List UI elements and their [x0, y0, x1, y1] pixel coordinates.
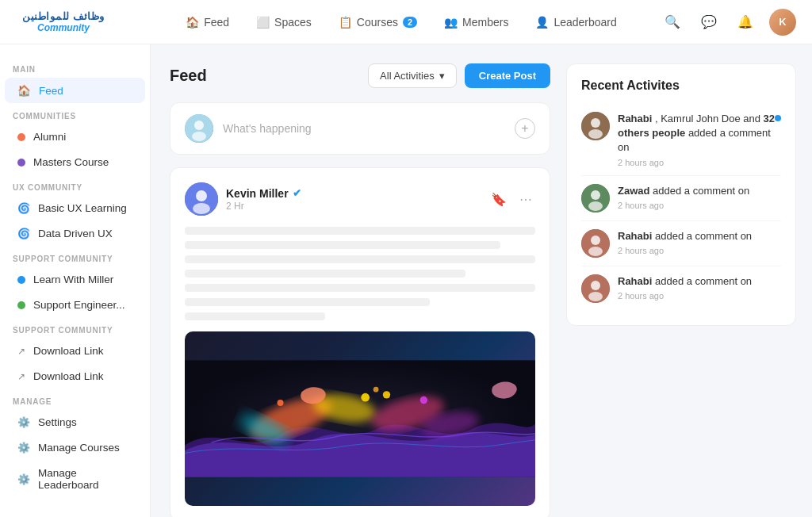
- sidebar-item-manage-leaderboard[interactable]: ⚙️ Manage Leaderboard: [5, 461, 145, 497]
- sidebar-item-download2[interactable]: ↗ Download Link: [5, 364, 145, 389]
- nav-courses[interactable]: 📋 Courses 2: [327, 11, 428, 33]
- svg-point-4: [196, 190, 207, 201]
- activity-body-3: Rahabi added a comment on 2 hours ago: [618, 229, 781, 255]
- sidebar-section-support2: SUPPORT COMMUNITY: [0, 318, 150, 338]
- search-button[interactable]: 🔍: [660, 10, 685, 35]
- activity-avatar-3: [581, 229, 610, 258]
- activity-item-4: Rahabi added a comment on 2 hours ago: [581, 266, 781, 311]
- svg-point-2: [192, 132, 206, 141]
- sidebar-item-alumni[interactable]: Alumni: [5, 124, 145, 149]
- sidebar-item-download1[interactable]: ↗ Download Link: [5, 339, 145, 363]
- nav-leaderboard[interactable]: 👤 Leaderboard: [524, 11, 627, 33]
- activity-body-2: Zawad added a comment on 2 hours ago: [618, 184, 781, 210]
- feed-icon: 🏠: [17, 84, 31, 97]
- activity-item-1: Rahabi , Kamrul John Doe and 32 others p…: [581, 104, 781, 176]
- recent-activities-title: Recent Activites: [581, 79, 781, 93]
- sidebar-alumni-label: Alumni: [33, 131, 66, 143]
- activity-action-2: added a comment on: [653, 185, 749, 197]
- svg-point-1: [194, 121, 204, 130]
- sidebar-data-ux-label: Data Driven UX: [38, 228, 113, 239]
- activity-dot-1: [775, 115, 781, 121]
- sidebar-manage-lb-label: Manage Leaderboard: [38, 467, 132, 491]
- learn-miller-dot: [17, 276, 25, 284]
- activity-user-3: Rahabi: [618, 230, 652, 242]
- activity-text-1: Rahabi , Kamrul John Doe and 32 others p…: [618, 112, 781, 155]
- sidebar-item-manage-courses[interactable]: ⚙️ Manage Courses: [5, 435, 145, 460]
- spaces-icon: ⬜: [256, 16, 270, 29]
- svg-point-5: [193, 203, 210, 214]
- sidebar-section-ux: UX COMMUNITY: [0, 175, 150, 195]
- svg-point-13: [373, 387, 379, 393]
- sidebar-item-basic-ux[interactable]: 🌀 Basic UX Learning: [5, 196, 145, 220]
- sidebar-download2-label: Download Link: [33, 370, 104, 382]
- svg-point-15: [278, 400, 284, 406]
- activity-text-4: Rahabi added a comment on: [618, 274, 781, 289]
- sidebar-item-feed[interactable]: 🏠 Feed: [5, 78, 145, 103]
- whats-avatar: [185, 114, 213, 143]
- skeleton-line-6: [185, 298, 430, 306]
- masters-dot: [17, 159, 25, 167]
- sidebar-item-settings[interactable]: ⚙️ Settings: [5, 410, 145, 435]
- logo-top-text: وظائف للمواطنين: [22, 10, 104, 22]
- chevron-down-icon: ▾: [439, 70, 445, 82]
- recent-activities-card: Recent Activites Rahabi , Kamrul Joh: [566, 63, 796, 326]
- whats-happening-box[interactable]: What's happening +: [170, 102, 550, 155]
- members-icon: 👥: [444, 16, 458, 29]
- nav-members[interactable]: 👥 Members: [433, 11, 519, 33]
- activity-item-3: Rahabi added a comment on 2 hours ago: [581, 221, 781, 266]
- whats-happening-input[interactable]: What's happening: [223, 122, 505, 135]
- chat-button[interactable]: 💬: [696, 10, 722, 35]
- ux-icon-2: 🌀: [17, 228, 30, 239]
- sidebar-item-data-ux[interactable]: 🌀 Data Driven UX: [5, 221, 145, 246]
- nav-spaces-label: Spaces: [274, 16, 312, 29]
- nav-feed-label: Feed: [204, 16, 229, 29]
- sidebar-item-learn-miller[interactable]: Learn With Miller: [5, 267, 145, 292]
- activity-text-2: Zawad added a comment on: [618, 184, 781, 198]
- filter-label: All Activities: [380, 70, 435, 82]
- skeleton-line-3: [185, 255, 535, 263]
- more-options-button[interactable]: ⋯: [516, 189, 535, 210]
- activity-avatar-2: [581, 184, 610, 213]
- nav-members-label: Members: [462, 16, 508, 29]
- filter-button[interactable]: All Activities ▾: [368, 63, 457, 88]
- skeleton-line-1: [185, 227, 535, 235]
- layout: MAIN 🏠 Feed COMMUNITIES Alumni Masters C…: [0, 0, 812, 517]
- create-post-button[interactable]: Create Post: [465, 63, 550, 88]
- svg-point-21: [591, 190, 600, 200]
- sidebar-item-masters[interactable]: Masters Course: [5, 150, 145, 174]
- manage-courses-icon: ⚙️: [17, 442, 30, 454]
- activity-time-1: 2 hours ago: [618, 158, 781, 167]
- svg-point-19: [588, 129, 603, 139]
- svg-point-16: [420, 396, 427, 404]
- sidebar-section-main: MAIN: [0, 57, 150, 77]
- user-avatar[interactable]: K: [769, 9, 796, 36]
- feed-header-right: All Activities ▾ Create Post: [368, 63, 550, 88]
- sidebar-basic-ux-label: Basic UX Learning: [38, 202, 127, 214]
- nav-spaces[interactable]: ⬜ Spaces: [245, 11, 323, 33]
- manage-lb-icon: ⚙️: [17, 473, 30, 485]
- bookmark-button[interactable]: 🔖: [488, 189, 510, 210]
- sidebar-section-manage: MANAGE: [0, 389, 150, 409]
- post-actions: 🔖 ⋯: [488, 189, 535, 210]
- nav-feed[interactable]: 🏠 Feed: [174, 11, 240, 33]
- feed-header: Feed All Activities ▾ Create Post: [170, 63, 550, 88]
- skeleton-line-4: [185, 270, 465, 278]
- logo[interactable]: وظائف للمواطنين Community: [16, 10, 111, 33]
- sidebar-feed-label: Feed: [39, 85, 63, 97]
- nav-actions: 🔍 💬 🔔 K: [660, 9, 796, 36]
- courses-icon: 📋: [339, 16, 352, 29]
- nav-leaderboard-label: Leaderboard: [553, 16, 616, 29]
- sidebar: MAIN 🏠 Feed COMMUNITIES Alumni Masters C…: [0, 44, 151, 517]
- add-post-icon[interactable]: +: [515, 118, 535, 139]
- post-meta: Kevin Miller ✔ 2 Hr: [226, 187, 488, 212]
- activity-user-1: Rahabi: [618, 113, 652, 124]
- activity-time-4: 2 hours ago: [618, 291, 781, 301]
- activity-user-2: Zawad: [618, 185, 649, 197]
- post-time: 2 Hr: [226, 201, 488, 212]
- courses-badge: 2: [403, 17, 417, 28]
- verified-icon: ✔: [293, 187, 301, 199]
- sidebar-item-support-eng[interactable]: Support Engineer...: [5, 293, 145, 317]
- notifications-button[interactable]: 🔔: [733, 10, 758, 35]
- activity-item-2: Zawad added a comment on 2 hours ago: [581, 176, 781, 221]
- activity-avatar-1: [581, 112, 610, 140]
